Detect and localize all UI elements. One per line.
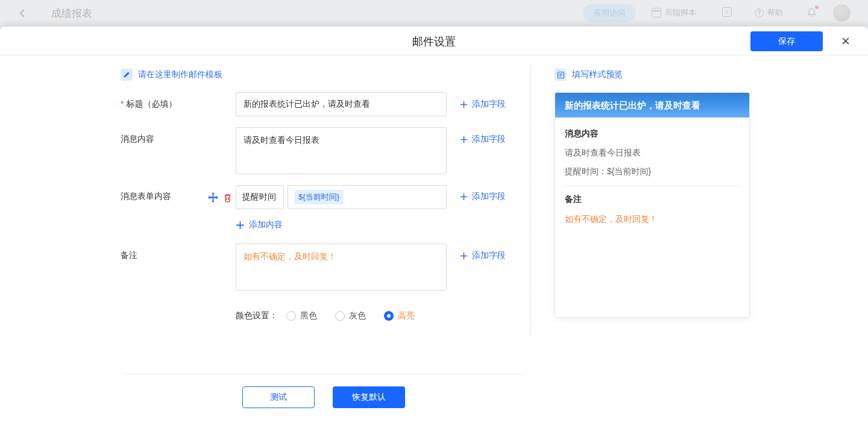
delete-trash-icon[interactable] xyxy=(222,192,233,203)
radio-circle xyxy=(384,311,394,321)
modal-title: 邮件设置 xyxy=(0,34,868,49)
form-content-label: 消息表单内容 xyxy=(121,191,171,202)
field-name-input[interactable] xyxy=(236,185,284,209)
document-icon xyxy=(555,69,567,81)
preview-section-header: 填写样式预览 xyxy=(555,69,623,81)
add-field-link-title[interactable]: 添加字段 xyxy=(460,99,506,110)
save-button[interactable]: 保存 xyxy=(750,31,823,51)
template-editor-header: 请在这里制作邮件模板 xyxy=(121,69,222,81)
app-access-button[interactable]: 应用访问 xyxy=(583,4,636,22)
color-setting-row: 颜色设置： 黑色 灰色 高亮 xyxy=(236,310,433,321)
plus-icon xyxy=(460,193,468,201)
modal-body: 请在这里制作邮件模板 *标题（必填） 添加字段 消息内容 请及时查看今日报表 添… xyxy=(0,55,868,421)
preview-message-heading: 消息内容 xyxy=(565,128,740,139)
preview-note-heading: 备注 xyxy=(565,194,740,205)
add-content-link[interactable]: 添加内容 xyxy=(236,219,283,230)
form-content-row-tools xyxy=(208,192,233,203)
message-content-label: 消息内容 xyxy=(121,134,154,145)
radio-circle xyxy=(286,311,296,321)
required-mark: * xyxy=(121,99,124,109)
note-label: 备注 xyxy=(121,250,137,261)
topbar-content: 成绩报表 应用访问 后端脚本 A ? 帮助 xyxy=(0,0,868,27)
window-icon xyxy=(652,8,661,17)
radio-circle xyxy=(335,311,345,321)
plus-icon xyxy=(460,252,468,260)
pencil-icon xyxy=(121,69,133,81)
test-button[interactable]: 测试 xyxy=(242,386,315,408)
report-title: 成绩报表 xyxy=(51,7,92,20)
topbar: 成绩报表 应用访问 后端脚本 A ? 帮助 xyxy=(0,0,868,27)
current-time-token: ${当前时间} xyxy=(294,190,344,204)
drag-move-icon[interactable] xyxy=(208,192,218,203)
footer-divider xyxy=(124,374,523,374)
add-field-link-note[interactable]: 添加字段 xyxy=(460,250,506,261)
question-icon: ? xyxy=(755,8,764,17)
help-button[interactable]: ? 帮助 xyxy=(755,7,783,18)
preview-card: 新的报表统计已出炉，请及时查看 消息内容 请及时查看今日报表 提醒时间：${当前… xyxy=(555,92,750,318)
a-box-icon[interactable]: A xyxy=(722,7,732,17)
radio-highlight[interactable]: 高亮 xyxy=(384,310,415,321)
message-content-textarea[interactable]: 请及时查看今日报表 xyxy=(236,127,447,174)
notification-bell-icon[interactable] xyxy=(807,7,817,19)
plus-icon xyxy=(460,136,468,143)
notification-dot xyxy=(815,5,819,9)
modal-header: 邮件设置 保存 ✕ xyxy=(0,27,868,55)
title-label: *标题（必填） xyxy=(121,99,177,110)
preview-card-body: 消息内容 请及时查看今日报表 提醒时间：${当前时间} 备注 如有不确定，及时回… xyxy=(555,118,749,233)
vertical-divider xyxy=(530,63,531,335)
note-textarea[interactable]: 如有不确定，及时回复！ xyxy=(236,244,447,291)
plus-icon xyxy=(236,221,245,230)
email-settings-modal: 邮件设置 保存 ✕ 请在这里制作邮件模板 *标题（必填） 添加字段 消息内容 请… xyxy=(0,27,868,422)
avatar[interactable] xyxy=(833,4,851,22)
preview-reminder-line: 提醒时间：${当前时间} xyxy=(565,166,740,177)
add-field-link-form-content[interactable]: 添加字段 xyxy=(460,191,506,202)
preview-card-title: 新的报表统计已出炉，请及时查看 xyxy=(555,93,749,118)
title-input[interactable] xyxy=(236,92,447,116)
back-icon[interactable] xyxy=(18,8,28,18)
field-value-input[interactable]: ${当前时间} xyxy=(288,185,447,209)
plus-icon xyxy=(460,101,468,109)
preview-message-body: 请及时查看今日报表 xyxy=(565,147,740,158)
radio-gray[interactable]: 灰色 xyxy=(335,310,366,321)
add-field-link-message[interactable]: 添加字段 xyxy=(460,134,506,145)
radio-black[interactable]: 黑色 xyxy=(286,310,317,321)
backend-script-button[interactable]: 后端脚本 xyxy=(652,7,696,18)
color-setting-label: 颜色设置： xyxy=(236,310,278,321)
preview-divider xyxy=(565,186,740,186)
restore-default-button[interactable]: 恢复默认 xyxy=(333,386,405,408)
close-icon[interactable]: ✕ xyxy=(838,33,854,49)
preview-note-body: 如有不确定，及时回复！ xyxy=(565,213,740,224)
